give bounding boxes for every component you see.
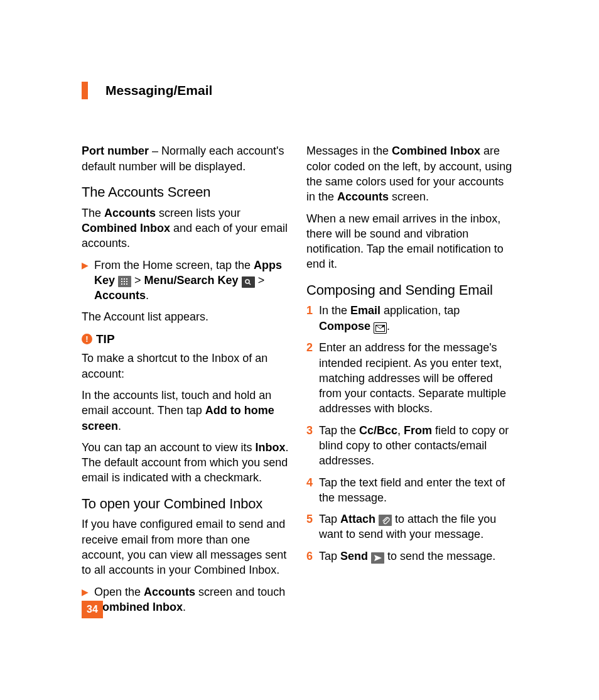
svg-rect-0 [121, 278, 122, 280]
bold-text: Combined Inbox [94, 601, 183, 613]
bold-text: Cc/Bcc [359, 424, 397, 437]
body-text: application, tap [380, 304, 460, 317]
page-number-badge: 34 [82, 601, 103, 618]
svg-rect-3 [121, 281, 122, 282]
paragraph-tip-body: In the accounts list, touch and hold an … [82, 388, 289, 434]
body-text: . [183, 601, 186, 613]
heading-combined-inbox: To open your Combined Inbox [82, 495, 289, 513]
tip-label: TIP [96, 331, 115, 347]
step-content: Tap Attach to attach the file you want t… [319, 511, 514, 542]
paragraph-inbox-info: You can tap an account to view its Inbox… [82, 440, 289, 486]
bold-text: Combined Inbox [392, 145, 480, 157]
step-number: 5 [306, 511, 315, 542]
triangle-bullet-icon: ▶ [82, 260, 90, 304]
attach-paperclip-icon [379, 515, 392, 526]
header-accent-bar [82, 82, 88, 99]
paragraph-tip-intro: To make a shortcut to the Inbox of an ac… [82, 351, 289, 381]
bold-text: Accounts [144, 586, 195, 598]
column-left: Port number – Normally each account's de… [82, 143, 289, 621]
body-text: screen. [389, 190, 429, 203]
tip-header: ! TIP [82, 331, 289, 347]
body-text: , [397, 424, 404, 437]
page-header: Messaging/Email [82, 82, 517, 99]
bold-text: Email [350, 304, 380, 317]
bold-text: Combined Inbox [82, 222, 170, 234]
step-6: 6 Tap Send to send the message. [306, 549, 514, 564]
step-number: 6 [306, 549, 315, 564]
body-text: Tap [319, 513, 340, 525]
body-text: to send the message. [387, 550, 495, 562]
tip-exclamation-icon: ! [82, 334, 92, 344]
column-right: Messages in the Combined Inbox are color… [306, 143, 514, 621]
svg-rect-8 [126, 283, 127, 285]
svg-line-10 [249, 283, 251, 285]
svg-rect-7 [124, 283, 125, 285]
body-text: . [146, 289, 149, 302]
svg-rect-6 [121, 283, 122, 285]
apps-grid-icon [118, 276, 131, 287]
bold-text: Accounts [337, 190, 389, 203]
paragraph-combined-intro: If you have configured email to send and… [82, 517, 289, 577]
paragraph-port-number: Port number – Normally each account's de… [82, 143, 289, 174]
body-text: screen lists your [156, 207, 240, 219]
content-columns: Port number – Normally each account's de… [82, 143, 517, 621]
body-text: > [255, 274, 265, 287]
step-content: Tap the text field and enter the text of… [319, 475, 514, 506]
body-text: Messages in the [306, 145, 392, 157]
bullet-content: Open the Accounts screen and touch Combi… [94, 584, 289, 615]
paragraph-accounts-intro: The Accounts screen lists your Combined … [82, 205, 289, 251]
body-text: . [118, 420, 121, 432]
step-content: In the Email application, tap Compose . [319, 303, 514, 334]
bold-text: Inbox [256, 441, 286, 454]
step-3: 3 Tap the Cc/Bcc, From field to copy or … [306, 423, 514, 469]
bullet-item: ▶ Open the Accounts screen and touch Com… [82, 584, 289, 615]
header-title: Messaging/Email [105, 82, 212, 99]
body-text: Open the [94, 586, 144, 598]
body-text: From the Home screen, tap the [94, 259, 254, 271]
svg-rect-5 [126, 281, 127, 282]
bold-text: Attach [340, 513, 375, 525]
step-4: 4 Tap the text field and enter the text … [306, 475, 514, 506]
step-content: Tap the Cc/Bcc, From field to copy or bl… [319, 423, 514, 469]
body-text: screen and touch [195, 586, 285, 598]
body-text: . [387, 320, 390, 332]
svg-marker-13 [374, 555, 382, 561]
body-text: The [82, 207, 104, 219]
body-text: Tap [319, 550, 340, 562]
step-1: 1 In the Email application, tap Compose … [306, 303, 514, 334]
step-number: 1 [306, 303, 315, 334]
compose-envelope-icon [374, 322, 387, 334]
svg-rect-2 [126, 278, 127, 280]
heading-composing: Composing and Sending Email [306, 281, 514, 300]
bold-text: Menu/Search Key [144, 274, 239, 287]
bullet-content: From the Home screen, tap the Apps Key >… [94, 258, 289, 304]
step-2: 2 Enter an address for the message's int… [306, 340, 514, 416]
step-5: 5 Tap Attach to attach the file you want… [306, 511, 514, 542]
step-content: Tap Send to send the message. [319, 549, 514, 564]
body-text: You can tap an account to view its [82, 441, 256, 454]
step-content: Enter an address for the message's inten… [319, 340, 514, 416]
heading-accounts-screen: The Accounts Screen [82, 183, 289, 202]
bold-text: Send [340, 550, 368, 562]
send-paperplane-icon [371, 552, 384, 564]
body-text: > [131, 274, 144, 287]
bullet-item: ▶ From the Home screen, tap the Apps Key… [82, 258, 289, 304]
body-text: In the [319, 304, 350, 317]
step-number: 4 [306, 475, 315, 506]
step-number: 3 [306, 423, 315, 469]
svg-point-12 [382, 325, 384, 327]
search-key-icon [242, 276, 255, 288]
bold-text: Accounts [104, 207, 156, 219]
bold-text: Port number [82, 145, 149, 157]
bold-text: Accounts [94, 289, 146, 302]
svg-point-9 [246, 280, 249, 283]
step-number: 2 [306, 340, 315, 416]
paragraph-color-coded: Messages in the Combined Inbox are color… [306, 143, 514, 204]
body-text: Tap the [319, 424, 359, 437]
svg-rect-1 [124, 278, 125, 280]
paragraph-account-list: The Account list appears. [82, 309, 289, 324]
svg-rect-4 [124, 281, 125, 282]
bold-text: Compose [319, 320, 370, 332]
bold-text: From [404, 424, 432, 437]
paragraph-notification: When a new email arrives in the inbox, t… [306, 211, 514, 272]
